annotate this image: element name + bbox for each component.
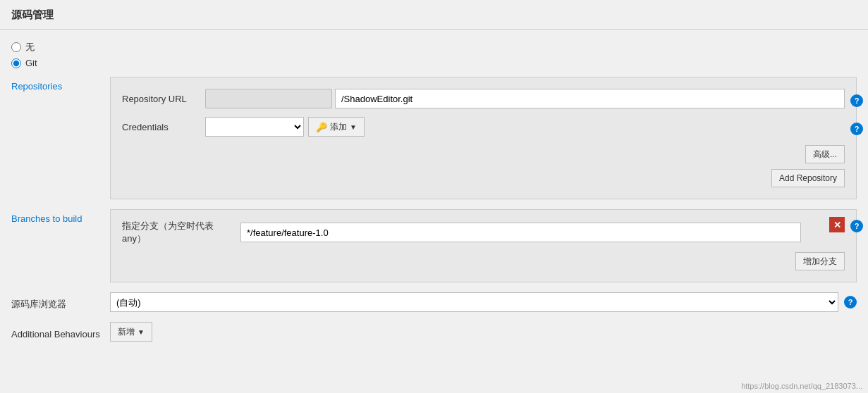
credential-dropdown-arrow: ▼	[350, 123, 357, 131]
branch-row: 指定分支（为空时代表any） */feature/feature-1.0 ?	[122, 217, 845, 245]
radio-label-none: 无	[25, 41, 35, 54]
watermark: https://blog.csdn.net/qq_2183073...	[741, 382, 862, 390]
source-browser-help-icon[interactable]: ?	[844, 296, 857, 308]
scm-radio-group: 无 Git	[11, 41, 857, 68]
advanced-button[interactable]: 高级...	[805, 145, 845, 163]
radio-input-git[interactable]	[11, 58, 21, 68]
add-repository-button[interactable]: Add Repository	[771, 169, 845, 187]
radio-input-none[interactable]	[11, 42, 21, 52]
new-behaviour-button[interactable]: 新增 ▼	[110, 322, 152, 342]
additional-behaviours-row: Additional Behaviours 新增 ▼	[11, 322, 857, 342]
credentials-help-icon[interactable]: ?	[850, 123, 863, 135]
page-title: 源码管理	[0, 0, 868, 30]
additional-behaviours-label: Additional Behaviours	[11, 325, 110, 339]
radio-none[interactable]: 无	[11, 41, 857, 54]
source-browser-label: 源码库浏览器	[11, 294, 110, 311]
key-icon: 🔑	[316, 122, 327, 132]
new-behaviour-dropdown-arrow: ▼	[137, 328, 145, 336]
radio-git[interactable]: Git	[11, 58, 857, 68]
repo-buttons-row: 高级... Add Repository	[122, 145, 845, 187]
radio-label-git: Git	[25, 58, 37, 68]
branches-label: Branches to build	[11, 209, 110, 224]
add-branch-button[interactable]: 增加分支	[795, 252, 845, 270]
new-behaviour-label: 新增	[118, 326, 135, 338]
credentials-select[interactable]	[205, 117, 304, 137]
branches-section-row: Branches to build ✕ 指定分支（为空时代表any） */fea…	[11, 209, 857, 282]
add-credential-button[interactable]: 🔑 添加 ▼	[308, 117, 365, 137]
source-browser-section-row: 源码库浏览器 (自动) ?	[11, 292, 857, 312]
branches-content: ✕ 指定分支（为空时代表any） */feature/feature-1.0 ?…	[110, 209, 857, 282]
repo-url-input[interactable]: /ShadowEditor.git	[335, 89, 845, 108]
repo-url-row: Repository URL /ShadowEditor.git ?	[122, 89, 845, 108]
add-credential-label: 添加	[330, 121, 347, 133]
repositories-content: Repository URL /ShadowEditor.git ? Crede…	[110, 77, 857, 199]
repo-url-label: Repository URL	[122, 94, 200, 104]
branch-field-label: 指定分支（为空时代表any）	[122, 220, 235, 245]
page-container: 源码管理 无 Git Repositories Repository URL	[0, 0, 868, 393]
branch-help-icon[interactable]: ?	[850, 220, 863, 232]
repositories-section-row: Repositories Repository URL /ShadowEdito…	[11, 77, 857, 199]
credentials-row: Credentials 🔑 添加 ▼ ?	[122, 117, 845, 137]
repo-url-help-icon[interactable]: ?	[850, 94, 863, 107]
branch-input[interactable]: */feature/feature-1.0	[240, 223, 801, 242]
content-area: 无 Git Repositories Repository URL /Shado…	[0, 30, 868, 363]
source-browser-select[interactable]: (自动)	[110, 292, 838, 312]
repositories-label: Repositories	[11, 77, 110, 92]
credentials-label: Credentials	[122, 122, 200, 132]
